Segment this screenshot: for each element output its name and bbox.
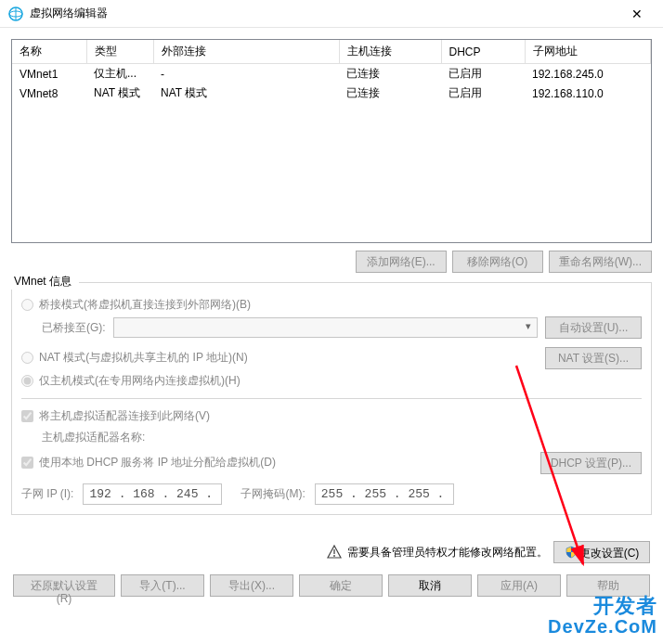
hostonly-radio bbox=[21, 375, 33, 387]
cell-name: VMnet8 bbox=[12, 84, 86, 103]
help-button[interactable]: 帮助 bbox=[566, 574, 650, 597]
cell-ext: - bbox=[153, 64, 339, 84]
col-type[interactable]: 类型 bbox=[86, 40, 153, 64]
connect-host-checkbox bbox=[21, 410, 33, 422]
subnet-ip-input bbox=[83, 483, 222, 505]
network-table[interactable]: 名称 类型 外部连接 主机连接 DHCP 子网地址 VMnet1 仅主机... … bbox=[11, 39, 652, 243]
cell-subnet: 192.168.245.0 bbox=[525, 64, 651, 84]
bridged-to-select bbox=[113, 317, 538, 338]
change-settings-label: 更改设置(C) bbox=[579, 547, 640, 560]
change-settings-button[interactable]: 更改设置(C) bbox=[553, 541, 650, 563]
titlebar: 虚拟网络编辑器 ✕ bbox=[0, 0, 663, 28]
hostonly-label: 仅主机模式(在专用网络内连接虚拟机)(H) bbox=[39, 373, 240, 389]
table-row[interactable]: VMnet1 仅主机... - 已连接 已启用 192.168.245.0 bbox=[12, 64, 651, 84]
col-name[interactable]: 名称 bbox=[12, 40, 86, 64]
apply-button[interactable]: 应用(A) bbox=[477, 574, 561, 597]
admin-notice: 需要具备管理员特权才能修改网络配置。 bbox=[347, 545, 548, 560]
bridged-mode-row: 桥接模式(将虚拟机直接连接到外部网络)(B) bbox=[21, 293, 642, 316]
col-host[interactable]: 主机连接 bbox=[339, 40, 441, 64]
nat-label: NAT 模式(与虚拟机共享主机的 IP 地址)(N) bbox=[39, 350, 248, 366]
shield-icon bbox=[565, 546, 578, 559]
nat-radio bbox=[21, 352, 33, 364]
close-button[interactable]: ✕ bbox=[618, 1, 656, 27]
bridged-radio bbox=[21, 299, 33, 311]
use-dhcp-label: 使用本地 DHCP 服务将 IP 地址分配给虚拟机(D) bbox=[39, 455, 276, 470]
warning-icon bbox=[327, 545, 342, 560]
bridged-to-label: 已桥接至(G): bbox=[42, 320, 106, 336]
hostonly-mode-row: 仅主机模式(在专用网络内连接虚拟机)(H) bbox=[21, 369, 642, 393]
ok-button[interactable]: 确定 bbox=[299, 574, 383, 597]
cell-subnet: 192.168.110.0 bbox=[525, 84, 651, 103]
cell-host: 已连接 bbox=[339, 64, 441, 84]
col-subnet[interactable]: 子网地址 bbox=[525, 40, 651, 64]
table-header-row: 名称 类型 外部连接 主机连接 DHCP 子网地址 bbox=[12, 40, 651, 64]
cell-host: 已连接 bbox=[339, 84, 441, 103]
subnet-mask-label: 子网掩码(M): bbox=[240, 486, 305, 502]
import-button[interactable]: 导入(T)... bbox=[121, 574, 204, 597]
app-icon bbox=[7, 6, 24, 22]
window-title: 虚拟网络编辑器 bbox=[30, 6, 618, 21]
nat-settings-button[interactable]: NAT 设置(S)... bbox=[545, 347, 642, 369]
auto-settings-button[interactable]: 自动设置(U)... bbox=[545, 316, 642, 339]
vmnet-info-group: VMnet 信息 桥接模式(将虚拟机直接连接到外部网络)(B) 已桥接至(G):… bbox=[11, 282, 652, 515]
cell-ext: NAT 模式 bbox=[153, 84, 339, 103]
col-ext[interactable]: 外部连接 bbox=[153, 40, 339, 64]
adapter-name-label: 主机虚拟适配器名称: bbox=[21, 428, 642, 451]
vmnet-info-legend: VMnet 信息 bbox=[10, 274, 75, 290]
cell-dhcp: 已启用 bbox=[441, 84, 525, 103]
svg-point-4 bbox=[333, 555, 335, 557]
restore-defaults-button[interactable]: 还原默认设置(R) bbox=[13, 574, 115, 597]
cell-type: NAT 模式 bbox=[86, 84, 153, 103]
cell-name: VMnet1 bbox=[12, 64, 86, 84]
cancel-button[interactable]: 取消 bbox=[388, 574, 472, 597]
dhcp-settings-button[interactable]: DHCP 设置(P)... bbox=[540, 452, 642, 474]
watermark-line2: DevZe.CoM bbox=[548, 616, 657, 637]
subnet-mask-input bbox=[315, 483, 454, 505]
cell-dhcp: 已启用 bbox=[441, 64, 525, 84]
export-button[interactable]: 导出(X)... bbox=[210, 574, 293, 597]
use-dhcp-checkbox bbox=[21, 457, 33, 469]
remove-network-button[interactable]: 移除网络(O) bbox=[452, 251, 543, 273]
table-row[interactable]: VMnet8 NAT 模式 NAT 模式 已连接 已启用 192.168.110… bbox=[12, 84, 651, 103]
nat-mode-row: NAT 模式(与虚拟机共享主机的 IP 地址)(N) bbox=[21, 346, 248, 369]
add-network-button[interactable]: 添加网络(E)... bbox=[356, 251, 447, 273]
connect-host-row: 将主机虚拟适配器连接到此网络(V) bbox=[21, 405, 642, 428]
rename-network-button[interactable]: 重命名网络(W)... bbox=[549, 251, 652, 273]
col-dhcp[interactable]: DHCP bbox=[441, 40, 525, 64]
connect-host-label: 将主机虚拟适配器连接到此网络(V) bbox=[39, 408, 210, 424]
subnet-ip-label: 子网 IP (I): bbox=[21, 486, 73, 502]
bridged-label: 桥接模式(将虚拟机直接连接到外部网络)(B) bbox=[39, 297, 251, 313]
use-dhcp-row: 使用本地 DHCP 服务将 IP 地址分配给虚拟机(D) bbox=[21, 451, 276, 474]
cell-type: 仅主机... bbox=[86, 64, 153, 84]
